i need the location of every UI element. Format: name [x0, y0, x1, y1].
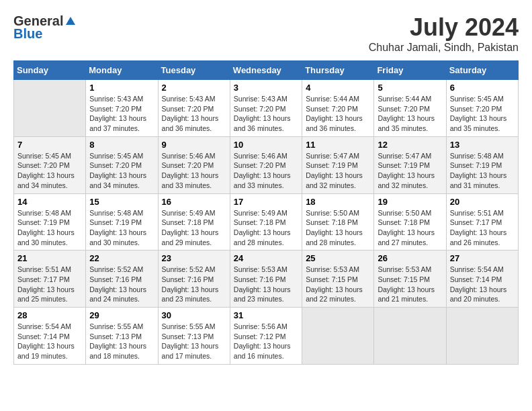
- day-number: 23: [162, 253, 226, 263]
- day-info: Sunrise: 5:52 AMSunset: 7:16 PMDaylight:…: [89, 265, 154, 304]
- title-area: July 2024 Chuhar Jamali, Sindh, Pakistan: [369, 13, 519, 54]
- header-saturday: Saturday: [446, 61, 518, 80]
- calendar-cell: [14, 80, 86, 137]
- calendar-week-1: 1Sunrise: 5:43 AMSunset: 7:20 PMDaylight…: [14, 80, 519, 137]
- day-number: 29: [89, 310, 154, 320]
- calendar-cell: 14Sunrise: 5:48 AMSunset: 7:19 PMDayligh…: [14, 193, 86, 250]
- day-info: Sunrise: 5:52 AMSunset: 7:16 PMDaylight:…: [162, 265, 226, 304]
- day-info: Sunrise: 5:43 AMSunset: 7:20 PMDaylight:…: [89, 94, 154, 134]
- day-info: Sunrise: 5:49 AMSunset: 7:18 PMDaylight:…: [162, 208, 226, 248]
- day-number: 22: [89, 253, 154, 263]
- calendar-cell: 16Sunrise: 5:49 AMSunset: 7:18 PMDayligh…: [158, 193, 230, 250]
- header-monday: Monday: [86, 61, 158, 80]
- day-number: 6: [450, 83, 515, 93]
- svg-marker-0: [66, 17, 75, 25]
- day-number: 21: [17, 253, 82, 263]
- day-info: Sunrise: 5:47 AMSunset: 7:19 PMDaylight:…: [306, 151, 370, 191]
- calendar-cell: 6Sunrise: 5:45 AMSunset: 7:20 PMDaylight…: [446, 80, 518, 137]
- day-number: 14: [17, 197, 82, 207]
- calendar-week-5: 28Sunrise: 5:54 AMSunset: 7:14 PMDayligh…: [14, 308, 519, 365]
- day-info: Sunrise: 5:55 AMSunset: 7:13 PMDaylight:…: [162, 322, 226, 361]
- day-number: 31: [234, 310, 298, 320]
- day-info: Sunrise: 5:48 AMSunset: 7:19 PMDaylight:…: [450, 151, 515, 191]
- day-info: Sunrise: 5:53 AMSunset: 7:15 PMDaylight:…: [378, 265, 442, 304]
- page-header: General Blue July 2024 Chuhar Jamali, Si…: [13, 13, 519, 54]
- calendar-cell: [446, 308, 518, 365]
- month-title: July 2024: [369, 13, 519, 42]
- day-number: 20: [450, 197, 515, 207]
- day-info: Sunrise: 5:50 AMSunset: 7:18 PMDaylight:…: [306, 208, 370, 248]
- calendar-header-row: SundayMondayTuesdayWednesdayThursdayFrid…: [14, 61, 519, 80]
- day-number: 8: [89, 140, 154, 150]
- calendar-cell: 27Sunrise: 5:54 AMSunset: 7:14 PMDayligh…: [446, 250, 518, 308]
- day-info: Sunrise: 5:51 AMSunset: 7:17 PMDaylight:…: [17, 265, 82, 304]
- day-number: 28: [17, 310, 82, 320]
- header-tuesday: Tuesday: [158, 61, 230, 80]
- day-info: Sunrise: 5:54 AMSunset: 7:14 PMDaylight:…: [17, 322, 82, 361]
- calendar-cell: 9Sunrise: 5:46 AMSunset: 7:20 PMDaylight…: [158, 136, 230, 193]
- header-wednesday: Wednesday: [230, 61, 302, 80]
- day-info: Sunrise: 5:48 AMSunset: 7:19 PMDaylight:…: [89, 208, 154, 248]
- day-number: 17: [234, 197, 298, 207]
- day-number: 19: [378, 197, 442, 207]
- calendar-cell: 28Sunrise: 5:54 AMSunset: 7:14 PMDayligh…: [14, 308, 86, 365]
- day-info: Sunrise: 5:45 AMSunset: 7:20 PMDaylight:…: [89, 151, 154, 191]
- day-info: Sunrise: 5:56 AMSunset: 7:12 PMDaylight:…: [234, 322, 298, 361]
- day-info: Sunrise: 5:47 AMSunset: 7:19 PMDaylight:…: [378, 151, 442, 191]
- day-number: 15: [89, 197, 154, 207]
- calendar-table: SundayMondayTuesdayWednesdayThursdayFrid…: [13, 60, 519, 365]
- day-number: 25: [306, 253, 370, 263]
- day-info: Sunrise: 5:48 AMSunset: 7:19 PMDaylight:…: [17, 208, 82, 248]
- calendar-week-4: 21Sunrise: 5:51 AMSunset: 7:17 PMDayligh…: [14, 250, 519, 308]
- calendar-cell: 4Sunrise: 5:44 AMSunset: 7:20 PMDaylight…: [302, 80, 374, 137]
- calendar-cell: 3Sunrise: 5:43 AMSunset: 7:20 PMDaylight…: [230, 80, 302, 137]
- day-info: Sunrise: 5:53 AMSunset: 7:16 PMDaylight:…: [234, 265, 298, 304]
- calendar-cell: 22Sunrise: 5:52 AMSunset: 7:16 PMDayligh…: [86, 250, 158, 308]
- header-friday: Friday: [374, 61, 446, 80]
- calendar-cell: 17Sunrise: 5:49 AMSunset: 7:18 PMDayligh…: [230, 193, 302, 250]
- calendar-cell: 2Sunrise: 5:43 AMSunset: 7:20 PMDaylight…: [158, 80, 230, 137]
- calendar-cell: 18Sunrise: 5:50 AMSunset: 7:18 PMDayligh…: [302, 193, 374, 250]
- logo-blue-text: Blue: [13, 26, 42, 42]
- calendar-cell: 30Sunrise: 5:55 AMSunset: 7:13 PMDayligh…: [158, 308, 230, 365]
- calendar-cell: 12Sunrise: 5:47 AMSunset: 7:19 PMDayligh…: [374, 136, 446, 193]
- calendar-cell: 24Sunrise: 5:53 AMSunset: 7:16 PMDayligh…: [230, 250, 302, 308]
- day-number: 12: [378, 140, 442, 150]
- calendar-cell: 15Sunrise: 5:48 AMSunset: 7:19 PMDayligh…: [86, 193, 158, 250]
- day-number: 5: [378, 83, 442, 93]
- calendar-cell: 29Sunrise: 5:55 AMSunset: 7:13 PMDayligh…: [86, 308, 158, 365]
- day-info: Sunrise: 5:51 AMSunset: 7:17 PMDaylight:…: [450, 208, 515, 248]
- day-info: Sunrise: 5:55 AMSunset: 7:13 PMDaylight:…: [89, 322, 154, 361]
- day-info: Sunrise: 5:53 AMSunset: 7:15 PMDaylight:…: [306, 265, 370, 304]
- day-number: 30: [162, 310, 226, 320]
- day-number: 10: [234, 140, 298, 150]
- location: Chuhar Jamali, Sindh, Pakistan: [369, 42, 519, 54]
- day-number: 18: [306, 197, 370, 207]
- day-info: Sunrise: 5:45 AMSunset: 7:20 PMDaylight:…: [17, 151, 82, 191]
- header-sunday: Sunday: [14, 61, 86, 80]
- day-info: Sunrise: 5:49 AMSunset: 7:18 PMDaylight:…: [234, 208, 298, 248]
- header-thursday: Thursday: [302, 61, 374, 80]
- calendar-cell: [302, 308, 374, 365]
- day-info: Sunrise: 5:44 AMSunset: 7:20 PMDaylight:…: [306, 94, 370, 134]
- calendar-cell: 13Sunrise: 5:48 AMSunset: 7:19 PMDayligh…: [446, 136, 518, 193]
- calendar-cell: 7Sunrise: 5:45 AMSunset: 7:20 PMDaylight…: [14, 136, 86, 193]
- day-info: Sunrise: 5:54 AMSunset: 7:14 PMDaylight:…: [450, 265, 515, 304]
- calendar-cell: 25Sunrise: 5:53 AMSunset: 7:15 PMDayligh…: [302, 250, 374, 308]
- day-number: 4: [306, 83, 370, 93]
- calendar-cell: 1Sunrise: 5:43 AMSunset: 7:20 PMDaylight…: [86, 80, 158, 137]
- day-info: Sunrise: 5:44 AMSunset: 7:20 PMDaylight:…: [378, 94, 442, 134]
- day-number: 1: [89, 83, 154, 93]
- calendar-cell: 23Sunrise: 5:52 AMSunset: 7:16 PMDayligh…: [158, 250, 230, 308]
- day-number: 27: [450, 253, 515, 263]
- day-info: Sunrise: 5:45 AMSunset: 7:20 PMDaylight:…: [450, 94, 515, 134]
- day-number: 3: [234, 83, 298, 93]
- calendar-cell: 5Sunrise: 5:44 AMSunset: 7:20 PMDaylight…: [374, 80, 446, 137]
- logo-icon: [64, 15, 77, 28]
- calendar-cell: 10Sunrise: 5:46 AMSunset: 7:20 PMDayligh…: [230, 136, 302, 193]
- calendar-cell: [374, 308, 446, 365]
- calendar-cell: 20Sunrise: 5:51 AMSunset: 7:17 PMDayligh…: [446, 193, 518, 250]
- day-number: 26: [378, 253, 442, 263]
- calendar-cell: 21Sunrise: 5:51 AMSunset: 7:17 PMDayligh…: [14, 250, 86, 308]
- day-number: 16: [162, 197, 226, 207]
